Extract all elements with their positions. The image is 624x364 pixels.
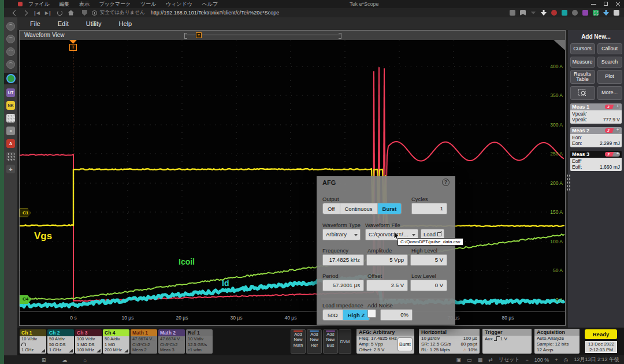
extensions-puzzle-icon[interactable]	[614, 10, 619, 16]
home-status-icon[interactable]: ⌂	[84, 357, 87, 363]
extension-icon-purple[interactable]	[582, 10, 588, 16]
maximize-icon[interactable]	[603, 1, 608, 6]
channel4-badge[interactable]: Ch 4 50 A/div 1 MΩ 200 MHz	[103, 329, 129, 354]
measure-button[interactable]: Measure	[570, 57, 595, 68]
add-panel-icon[interactable]: +	[6, 165, 15, 173]
plot-corner-handle[interactable]	[554, 40, 565, 50]
ref1-badge[interactable]: Ref 1 10 V/div 12.5 GS/s c1.wfm	[186, 329, 213, 354]
impedance-50ohm-button[interactable]: 50Ω	[323, 310, 343, 320]
app-menu-help[interactable]: Help	[114, 19, 137, 28]
impedance-highz-button[interactable]: High Z	[343, 310, 370, 320]
menu-window[interactable]: ウィンドウ	[166, 1, 192, 7]
menu-help[interactable]: ヘルプ	[202, 1, 218, 7]
menu-bookmarks[interactable]: ブックマーク	[99, 1, 131, 7]
plot-button[interactable]: Plot	[597, 70, 622, 84]
app-menu-utility[interactable]: Utility	[81, 19, 106, 28]
results-table-button[interactable]: Results Table	[570, 70, 595, 84]
more-button[interactable]: More...	[597, 86, 622, 100]
amplitude-input[interactable]: 5 Vpp	[366, 254, 408, 266]
web-panel-icon-4[interactable]	[6, 60, 15, 69]
offset-input[interactable]: 2.5 V	[366, 280, 408, 291]
web-panel-icon-1[interactable]	[6, 22, 15, 31]
web-panel-icon-misc[interactable]: ≡	[6, 127, 15, 135]
download-icon[interactable]	[541, 10, 547, 16]
info-icon[interactable]	[92, 10, 97, 16]
meas2-badge[interactable]: Meas 2 3+ Eon' Eon:2.299 mJ	[570, 127, 622, 147]
horizontal-badge[interactable]: Horizontal 10 µs/div100 µs SR: 12.5 GS/s…	[419, 329, 480, 354]
period-input[interactable]: 57.2001 µs	[322, 280, 364, 291]
channel3-badge[interactable]: Ch 3 100 V/div 1 MΩ DS 100 MHz	[75, 329, 102, 354]
waveform-type-dropdown[interactable]: Arbitrary	[322, 229, 361, 240]
output-continuous-button[interactable]: Continuous	[340, 203, 378, 214]
panel-toggle-icon[interactable]: ⊞	[42, 357, 46, 363]
images-icon[interactable]: ▦	[478, 357, 483, 363]
high-level-input[interactable]: 5 V	[410, 254, 447, 266]
cycles-input[interactable]: 1	[411, 203, 447, 214]
search-button[interactable]: Search	[597, 57, 622, 68]
tiles-icon[interactable]	[510, 10, 515, 16]
low-level-input[interactable]: 0 V	[410, 280, 447, 291]
shield-icon[interactable]	[82, 10, 87, 16]
run-status-button[interactable]: Ready	[585, 329, 617, 339]
web-panel-active[interactable]	[4, 73, 17, 84]
web-panel-icon-qr[interactable]	[6, 114, 15, 122]
acquisition-badge[interactable]: Acquisition Auto,Analyze Sample: 12 bits…	[534, 329, 580, 354]
speed-dial-icon[interactable]	[6, 152, 15, 161]
minimap-trigger-icon[interactable]: T	[196, 32, 202, 38]
close-icon[interactable]	[615, 1, 621, 6]
home-icon[interactable]	[68, 10, 74, 16]
help-icon[interactable]: ?	[442, 179, 450, 186]
back-icon[interactable]	[13, 10, 18, 16]
menu-edit[interactable]: 編集	[59, 1, 69, 7]
panel-splitter-handle[interactable]	[566, 173, 570, 191]
menu-view[interactable]: 表示	[79, 1, 90, 7]
rewind-icon[interactable]: ❙◀	[33, 10, 39, 16]
app-menu-file[interactable]: File	[25, 19, 45, 28]
forward-icon[interactable]	[23, 10, 28, 16]
horizontal-minimap[interactable]: T	[184, 33, 341, 38]
dvm-button[interactable]: DVM	[339, 329, 351, 354]
bookmark-icon[interactable]	[520, 10, 526, 16]
reload-icon[interactable]	[57, 10, 62, 16]
zoom-out-button[interactable]: −	[526, 357, 529, 363]
callout-button[interactable]: Callout	[597, 43, 622, 54]
tab-waveform-view[interactable]: Waveform View	[24, 32, 64, 38]
channel2-badge[interactable]: Ch 2 50 A/div 50 Ω DS 1 GHz	[47, 329, 74, 354]
math2-badge[interactable]: Math 2 47.6674 V... Ch3*Ch2 Meas 3	[158, 329, 185, 354]
channel1-badge[interactable]: Ch 1 10 V/div 1 GHz	[20, 329, 46, 354]
url-field[interactable]: http://192.168.0.101/Tektronix#/client/c…	[151, 10, 280, 16]
cloud-icon[interactable]: ☁	[62, 357, 68, 363]
frequency-input[interactable]: 17.4825 kHz	[322, 254, 364, 266]
web-panel-icon-nk[interactable]: NK	[6, 101, 15, 110]
extension-icon-green-grid[interactable]	[593, 10, 599, 16]
trigger-marker[interactable]: T	[69, 40, 77, 51]
tiling-icon[interactable]: ▭	[467, 357, 472, 363]
zoom-reset-button[interactable]: リセット	[499, 356, 520, 363]
afg-burst-button[interactable]: Burst	[398, 337, 413, 351]
cursors-button[interactable]: Cursors	[570, 43, 595, 54]
web-panel-icon-ut[interactable]: UT	[6, 88, 15, 97]
add-new-math-button[interactable]: Add New Math	[291, 329, 306, 354]
zoom-in-button[interactable]: +	[555, 357, 558, 363]
add-new-ref-button[interactable]: Add New Ref	[307, 329, 322, 354]
math1-badge[interactable]: Math 1 47.6674 V... Ch3*Ch2 Meas 2	[131, 329, 157, 354]
add-noise-checkbox[interactable]	[367, 309, 376, 318]
extension-icon-grey[interactable]	[572, 10, 578, 16]
web-panel-icon-3[interactable]	[6, 47, 15, 56]
chevron-down-icon[interactable]	[530, 12, 536, 14]
extension-icon-blue-arrow[interactable]	[603, 10, 609, 16]
web-panel-icon-2[interactable]	[6, 35, 15, 43]
sync-icon[interactable]: ⇄	[488, 357, 493, 363]
output-burst-button[interactable]: Burst	[378, 203, 402, 214]
add-new-bus-button[interactable]: Add New Bus	[323, 329, 338, 354]
fast-forward-icon[interactable]: ▶❙	[45, 10, 51, 16]
extension-icon-teal[interactable]	[562, 10, 567, 16]
menu-tools[interactable]: ツール	[140, 1, 156, 7]
afg-badge[interactable]: AFG: Arbitrary Freq: 17.4825 kHz Amp: 5 …	[356, 329, 414, 354]
graticule[interactable]: T C1 C4 Vgs Icoil Id 400 A350 A300 A250 …	[20, 40, 565, 325]
capture-icon[interactable]: ▣	[456, 357, 462, 363]
zoom-region-button[interactable]	[570, 86, 595, 100]
app-menu-edit[interactable]: Edit	[53, 19, 73, 28]
web-panel-icon-a[interactable]: A	[6, 139, 15, 148]
extension-icon-red[interactable]	[551, 10, 557, 16]
